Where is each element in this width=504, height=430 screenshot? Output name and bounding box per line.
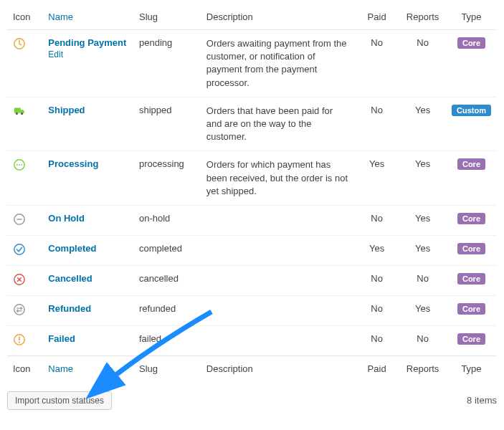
table-body: Pending PaymentEditpendingOrders awaitin… xyxy=(7,30,497,356)
svg-rect-1 xyxy=(14,108,21,113)
clock-icon xyxy=(7,30,42,97)
table-row: CompletedcompletedYesYesCore xyxy=(7,235,497,265)
table-row: ShippedshippedOrders that have been paid… xyxy=(7,97,497,151)
svg-point-2 xyxy=(16,113,18,115)
row-actions: Edit xyxy=(48,49,128,59)
status-name-cell: Cancelled xyxy=(42,265,133,295)
x-icon xyxy=(7,265,42,295)
status-name-link[interactable]: On Hold xyxy=(48,213,85,224)
table-row: ProcessingprocessingOrders for which pay… xyxy=(7,151,497,206)
column-header-icon[interactable]: Icon xyxy=(7,4,42,30)
status-type: Custom xyxy=(446,97,497,151)
status-paid: No xyxy=(354,325,399,355)
svg-point-17 xyxy=(19,341,20,343)
status-table: Icon Name Slug Description Paid Reports … xyxy=(7,4,497,381)
column-header-name[interactable]: Name xyxy=(42,4,133,30)
status-reports: Yes xyxy=(399,235,446,265)
status-type: Core xyxy=(446,295,497,325)
svg-point-10 xyxy=(14,244,24,254)
items-count: 8 items xyxy=(467,395,497,406)
type-badge: Core xyxy=(457,333,485,345)
column-footer-slug[interactable]: Slug xyxy=(133,355,201,381)
status-paid: No xyxy=(354,265,399,295)
svg-point-6 xyxy=(19,164,20,166)
table-row: On Holdon-holdNoYesCore xyxy=(7,205,497,235)
edit-link[interactable]: Edit xyxy=(48,49,63,59)
status-reports: Yes xyxy=(399,97,446,151)
status-name-link[interactable]: Pending Payment xyxy=(48,37,126,48)
svg-point-7 xyxy=(21,164,22,166)
status-name-link[interactable]: Shipped xyxy=(48,105,85,115)
status-name-link[interactable]: Processing xyxy=(48,158,98,169)
table-row: FailedfailedNoNoCore xyxy=(7,325,497,355)
column-footer-type[interactable]: Type xyxy=(446,355,497,381)
status-description: Orders for which payment has been receiv… xyxy=(201,151,354,206)
minus-icon xyxy=(7,205,42,235)
status-description xyxy=(201,265,354,295)
column-header-paid[interactable]: Paid xyxy=(354,4,399,30)
status-type: Core xyxy=(446,265,497,295)
status-reports: No xyxy=(399,325,446,355)
check-icon xyxy=(7,235,42,265)
column-header-description[interactable]: Description xyxy=(201,4,354,30)
status-name-cell: Refunded xyxy=(42,295,133,325)
alert-icon xyxy=(7,325,42,355)
status-paid: No xyxy=(354,295,399,325)
column-footer-name[interactable]: Name xyxy=(42,355,133,381)
table-row: CancelledcancelledNoNoCore xyxy=(7,265,497,295)
type-badge: Core xyxy=(457,243,485,254)
column-footer-paid[interactable]: Paid xyxy=(354,355,399,381)
status-name-cell: Shipped xyxy=(42,97,133,151)
status-name-cell: Pending PaymentEdit xyxy=(42,30,133,97)
status-slug: refunded xyxy=(133,295,201,325)
svg-point-14 xyxy=(14,305,24,315)
status-slug: completed xyxy=(133,235,201,265)
status-reports: Yes xyxy=(399,151,446,206)
type-badge: Core xyxy=(457,158,485,170)
type-badge: Core xyxy=(457,37,485,49)
status-description xyxy=(201,295,354,325)
status-type: Core xyxy=(446,325,497,355)
column-header-type[interactable]: Type xyxy=(446,4,497,30)
dots-icon xyxy=(7,151,42,206)
status-name-cell: Failed xyxy=(42,325,133,355)
svg-point-5 xyxy=(16,164,18,166)
type-badge: Core xyxy=(457,303,485,315)
truck-icon xyxy=(7,97,42,151)
table-footer: Icon Name Slug Description Paid Reports … xyxy=(7,355,497,381)
status-name-link[interactable]: Completed xyxy=(48,243,96,254)
column-header-reports[interactable]: Reports xyxy=(399,4,446,30)
sort-name-link[interactable]: Name xyxy=(48,11,73,22)
status-paid: Yes xyxy=(354,235,399,265)
status-reports: No xyxy=(399,30,446,97)
status-name-cell: Completed xyxy=(42,235,133,265)
type-badge: Core xyxy=(457,273,485,285)
svg-point-3 xyxy=(21,113,23,115)
status-slug: on-hold xyxy=(133,205,201,235)
status-type: Core xyxy=(446,235,497,265)
status-name-link[interactable]: Cancelled xyxy=(48,273,92,284)
status-name-cell: Processing xyxy=(42,151,133,206)
status-slug: processing xyxy=(133,151,201,206)
sort-name-footer-link[interactable]: Name xyxy=(48,363,73,374)
status-description: Orders that have been paid for and are o… xyxy=(201,97,354,151)
status-name-link[interactable]: Refunded xyxy=(48,303,91,314)
table-row: Pending PaymentEditpendingOrders awaitin… xyxy=(7,30,497,97)
status-paid: No xyxy=(354,30,399,97)
table-header: Icon Name Slug Description Paid Reports … xyxy=(7,4,497,30)
import-custom-statuses-button[interactable]: Import custom statuses xyxy=(7,391,112,410)
type-badge: Core xyxy=(457,213,485,224)
status-slug: cancelled xyxy=(133,265,201,295)
status-description xyxy=(201,325,354,355)
swap-icon xyxy=(7,295,42,325)
column-footer-icon[interactable]: Icon xyxy=(7,355,42,381)
status-name-link[interactable]: Failed xyxy=(48,333,75,344)
column-footer-reports[interactable]: Reports xyxy=(399,355,446,381)
status-name-cell: On Hold xyxy=(42,205,133,235)
status-reports: No xyxy=(399,265,446,295)
status-reports: Yes xyxy=(399,205,446,235)
status-paid: No xyxy=(354,97,399,151)
column-footer-description[interactable]: Description xyxy=(201,355,354,381)
status-description xyxy=(201,205,354,235)
column-header-slug[interactable]: Slug xyxy=(133,4,201,30)
